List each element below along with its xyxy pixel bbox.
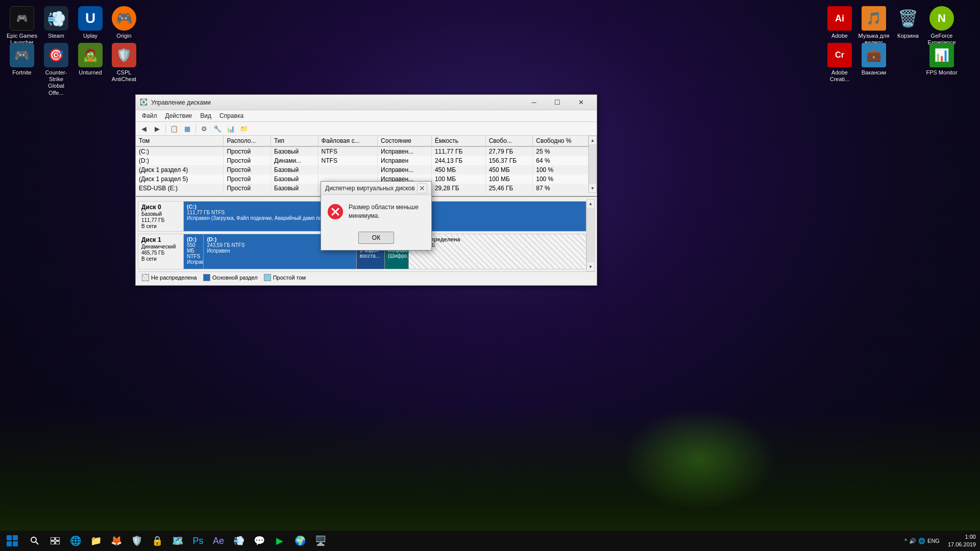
menu-file[interactable]: Файл (138, 111, 161, 120)
taskbar-ae-icon[interactable]: Ae (208, 531, 229, 551)
scroll-track[interactable] (589, 144, 596, 184)
taskbar-search-button[interactable] (24, 531, 45, 551)
desktop-icon-unturned-label: Unturned (79, 69, 102, 76)
desktop-icon-vacancies[interactable]: 💼 Вакансии (856, 41, 892, 78)
search-icon (30, 536, 39, 545)
desktop-icon-fortnite[interactable]: 🎮 Fortnite (4, 41, 40, 78)
desktop-icon-adobecc[interactable]: Cr Adobe Creati... (822, 41, 857, 85)
taskbar-yandex-icon[interactable]: 🦊 (106, 531, 127, 551)
dialog-ok-button[interactable]: ОК (358, 232, 394, 244)
disk-management-toolbar: ◀ ▶ 📋 ▦ ⚙ 🔧 📊 📁 (136, 122, 597, 136)
window-minimize-button[interactable]: ─ (522, 95, 546, 110)
col-capacity[interactable]: Ёмкость (431, 136, 485, 146)
svg-line-7 (36, 542, 38, 544)
disk1-part-unallocated[interactable]: Не распределена 221,08 ГБ (409, 234, 586, 269)
table-row[interactable]: (D:) Простой Динами... NTFS Исправен 244… (136, 156, 589, 165)
desktop-icon-csgo[interactable]: 🎯 Counter-Strike Global Offe... (38, 41, 74, 98)
taskbar-start-button[interactable] (0, 531, 24, 551)
desktop-icon-origin[interactable]: 🎮 Origin (106, 4, 142, 41)
desktop-icon-fps[interactable]: 📊 FPS Monitor (924, 41, 960, 78)
taskbar-steam-icon[interactable]: 💨 (229, 531, 249, 551)
taskbar-clock[interactable]: 1:00 17.06.2019 (944, 533, 980, 549)
taskbar-chrome-icon[interactable]: 🌍 (290, 531, 310, 551)
desktop-icon-unturned[interactable]: 🧟 Unturned (72, 41, 108, 78)
dialog-close-button[interactable]: ✕ (417, 183, 427, 193)
disk0-status: В сети (141, 223, 180, 229)
col-vol[interactable]: Том (136, 136, 224, 146)
taskbar-taskview-button[interactable] (45, 531, 65, 551)
disk1-name: Диск 1 (141, 236, 180, 243)
toolbar-btn1[interactable]: 📋 (168, 123, 180, 134)
toolbar-back[interactable]: ◀ (138, 123, 150, 134)
disk0-type: Базовый (141, 211, 180, 217)
cell-free: 27,79 ГБ (485, 146, 533, 156)
toolbar-forward[interactable]: ▶ (151, 123, 163, 134)
menu-help[interactable]: Справка (215, 111, 248, 120)
taskbar-edge-icon[interactable]: 🌐 (65, 531, 86, 551)
taskbar-time: 1:00 (948, 533, 976, 541)
desktop-icon-uplay-label: Uplay (83, 33, 97, 39)
col-free[interactable]: Свобо... (485, 136, 533, 146)
cell-vol: (C:) (136, 146, 224, 156)
table-row[interactable]: (Диск 1 раздел 4) Простой Базовый Исправ… (136, 165, 589, 174)
taskbar-maps-icon[interactable]: 🗺️ (167, 531, 188, 551)
desktop-icon-adobe-label: Adobe (831, 33, 848, 39)
tray-network-icon[interactable]: 🌐 (918, 538, 925, 544)
disk1-label: Диск 1 Динамический 465,75 ГБ В сети (138, 234, 184, 269)
tray-volume-icon[interactable]: 🔊 (909, 538, 916, 544)
error-icon (327, 204, 344, 220)
menu-view[interactable]: Вид (196, 111, 215, 120)
col-free-pct[interactable]: Свободно % (533, 136, 589, 146)
disk0-name: Диск 0 (141, 204, 180, 211)
taskbar-tray: ^ 🔊 🌐 ENG (900, 538, 944, 544)
window-close-button[interactable]: ✕ (569, 95, 593, 110)
desktop-icon-uplay[interactable]: U Uplay (72, 4, 108, 41)
windows-logo-icon (7, 535, 18, 546)
desktop-icon-basket[interactable]: 🗑️ Корзина (890, 4, 926, 41)
disk-scroll-track[interactable] (587, 208, 594, 263)
disk-visual-scrollbar[interactable]: ▲ ▼ (586, 199, 595, 271)
toolbar-btn5[interactable]: 📊 (225, 123, 237, 134)
disk-management-titlebar[interactable]: 💽 Управление дисками ─ ☐ ✕ (136, 95, 597, 110)
tray-chevron[interactable]: ^ (904, 538, 907, 544)
disk-management-menubar: Файл Действие Вид Справка (136, 110, 597, 122)
table-row[interactable]: (C:) Простой Базовый NTFS Исправен... 11… (136, 146, 589, 156)
taskbar-explorer-icon[interactable]: 📁 (86, 531, 106, 551)
taskbar-discord-icon[interactable]: 💬 (249, 531, 270, 551)
dialog-titlebar[interactable]: Диспетчер виртуальных дисков ✕ (321, 182, 431, 195)
disk0-size: 111,77 ГБ (141, 217, 180, 223)
desktop-icon-adobe[interactable]: Ai Adobe (822, 4, 857, 41)
toolbar-btn4[interactable]: 🔧 (211, 123, 224, 134)
desktop-icon-steam[interactable]: 💨 Steam (38, 4, 74, 41)
window-maximize-button[interactable]: ☐ (546, 95, 569, 110)
taskbar-green-icon[interactable]: ▶ (270, 531, 290, 551)
disk-scroll-down[interactable]: ▼ (587, 263, 594, 271)
toolbar-btn6[interactable]: 📁 (238, 123, 250, 134)
taskbar-antivirus-icon[interactable]: 🛡️ (127, 531, 147, 551)
dialog-buttons: ОК (321, 229, 431, 250)
toolbar-btn3[interactable]: ⚙ (198, 123, 210, 134)
disk1-part-d1[interactable]: (D:) 550 МБ NTFS Исправен (184, 234, 204, 269)
legend-unallocated: Не распределена (142, 274, 197, 281)
scroll-down[interactable]: ▼ (589, 184, 596, 192)
window-controls: ─ ☐ ✕ (522, 95, 593, 110)
table-scrollbar[interactable]: ▲ ▼ (589, 136, 597, 193)
tray-lang[interactable]: ENG (927, 538, 940, 544)
col-loc[interactable]: Располо... (224, 136, 271, 146)
taskbar-misc-icon[interactable]: 🖥️ (310, 531, 331, 551)
disk-scroll-up[interactable]: ▲ (587, 199, 594, 208)
disk-management-icon: 💽 (140, 98, 148, 107)
menu-action[interactable]: Действие (161, 111, 197, 120)
taskbar: 🌐 📁 🦊 🛡️ 🔒 🗺️ Ps Ae 💨 💬 ▶ 🌍 🖥️ ^ 🔊 🌐 ENG… (0, 531, 980, 551)
desktop-icon-origin-label: Origin (116, 33, 131, 39)
col-status[interactable]: Состояние (378, 136, 432, 146)
scroll-up[interactable]: ▲ (589, 136, 596, 144)
taskbar-photoshop-icon[interactable]: Ps (188, 531, 208, 551)
col-fs[interactable]: Файловая с... (318, 136, 377, 146)
toolbar-btn2[interactable]: ▦ (181, 123, 193, 134)
desktop-icon-cspl[interactable]: 🛡️ CSPL AntiCheat (106, 41, 142, 85)
col-type[interactable]: Тип (271, 136, 318, 146)
svg-rect-8 (51, 537, 55, 540)
taskbar-vpn-icon[interactable]: 🔒 (147, 531, 167, 551)
legend-simple-label: Простой том (273, 274, 306, 281)
